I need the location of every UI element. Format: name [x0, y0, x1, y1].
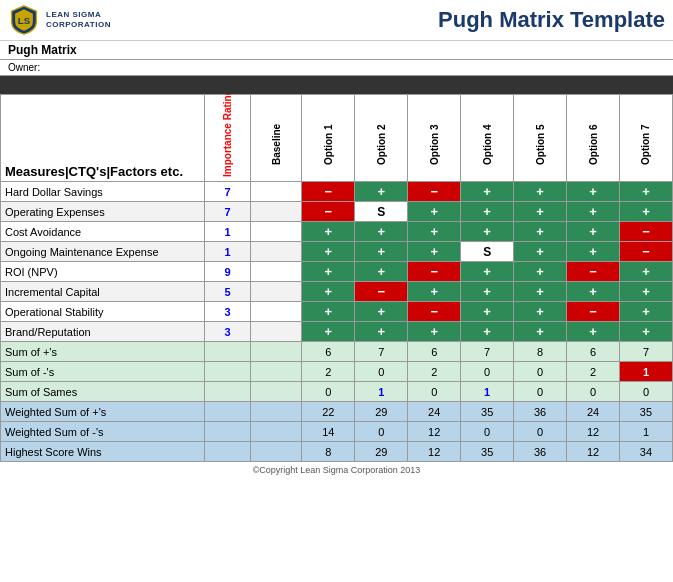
option-cell: + [461, 262, 514, 282]
summary-label-cell: Sum of Sames [1, 382, 205, 402]
baseline-cell [251, 322, 302, 342]
option1-text: Option 1 [323, 112, 334, 177]
option-cell: + [461, 282, 514, 302]
summary-label-cell: Sum of -'s [1, 362, 205, 382]
summary-value-cell: 8 [514, 342, 567, 362]
importance-rating-text: Importance Rating [222, 97, 233, 177]
pugh-matrix-label: Pugh Matrix [8, 43, 228, 57]
pugh-matrix-table-container: Measures|CTQ's|Factors etc. Importance R… [0, 94, 673, 462]
baseline-cell [251, 242, 302, 262]
summary-label-cell: Weighted Sum of -'s [1, 422, 205, 442]
summary-row: Weighted Sum of +'s22292435362435 [1, 402, 673, 422]
page-title: Pugh Matrix Template [438, 7, 665, 33]
summary-importance-cell [204, 342, 251, 362]
summary-importance-cell [204, 362, 251, 382]
option-cell: + [355, 322, 408, 342]
option5-header: Option 5 [514, 95, 567, 182]
importance-cell: 7 [204, 182, 251, 202]
summary-value-cell: 14 [302, 422, 355, 442]
summary-value-cell: 1 [619, 362, 672, 382]
summary-value-cell: 0 [302, 382, 355, 402]
summary-row: Weighted Sum of -'s1401200121 [1, 422, 673, 442]
baseline-cell [251, 182, 302, 202]
logo-text: LEAN SIGMA CORPORATION [46, 10, 111, 29]
summary-value-cell: 0 [355, 362, 408, 382]
summary-row: Highest Score Wins8291235361234 [1, 442, 673, 462]
summary-row: Sum of Sames0101000 [1, 382, 673, 402]
summary-value-cell: 6 [567, 342, 620, 362]
summary-value-cell: 0 [408, 382, 461, 402]
baseline-cell [251, 202, 302, 222]
owner-row: Owner: [0, 60, 673, 76]
option-cell: − [567, 262, 620, 282]
summary-value-cell: 1 [355, 382, 408, 402]
baseline-header: Baseline [251, 95, 302, 182]
option-cell: + [302, 322, 355, 342]
option-cell: + [514, 202, 567, 222]
option3-header: Option 3 [408, 95, 461, 182]
summary-value-cell: 36 [514, 402, 567, 422]
option-cell: + [567, 282, 620, 302]
summary-value-cell: 29 [355, 402, 408, 422]
option-cell: + [619, 322, 672, 342]
baseline-text: Baseline [271, 112, 282, 177]
summary-value-cell: 12 [567, 442, 620, 462]
importance-rating-header: Importance Rating [204, 95, 251, 182]
baseline-cell [251, 282, 302, 302]
summary-value-cell: 2 [302, 362, 355, 382]
baseline-cell [251, 262, 302, 282]
table-row: Cost Avoidance1++++++− [1, 222, 673, 242]
pugh-matrix-row: Pugh Matrix [0, 41, 673, 60]
option-cell: + [567, 222, 620, 242]
summary-baseline-cell [251, 382, 302, 402]
summary-value-cell: 35 [619, 402, 672, 422]
summary-importance-cell [204, 422, 251, 442]
table-row: Operating Expenses7−S+++++ [1, 202, 673, 222]
measure-cell: ROI (NPV) [1, 262, 205, 282]
pugh-matrix-table: Measures|CTQ's|Factors etc. Importance R… [0, 94, 673, 462]
option-cell: + [302, 242, 355, 262]
importance-cell: 7 [204, 202, 251, 222]
option-cell: + [408, 282, 461, 302]
summary-value-cell: 12 [408, 442, 461, 462]
baseline-cell [251, 302, 302, 322]
measure-cell: Ongoing Maintenance Expense [1, 242, 205, 262]
option4-text: Option 4 [482, 112, 493, 177]
summary-value-cell: 1 [619, 422, 672, 442]
option7-text: Option 7 [640, 112, 651, 177]
measure-cell: Hard Dollar Savings [1, 182, 205, 202]
option-cell: + [355, 242, 408, 262]
option3-text: Option 3 [429, 112, 440, 177]
option-cell: + [461, 182, 514, 202]
summary-value-cell: 6 [302, 342, 355, 362]
page-header: LS LEAN SIGMA CORPORATION Pugh Matrix Te… [0, 0, 673, 41]
summary-value-cell: 22 [302, 402, 355, 422]
option-cell: + [302, 262, 355, 282]
option-cell: − [619, 222, 672, 242]
importance-cell: 3 [204, 322, 251, 342]
summary-value-cell: 0 [514, 362, 567, 382]
summary-value-cell: 12 [408, 422, 461, 442]
option-cell: + [408, 322, 461, 342]
summary-value-cell: 8 [302, 442, 355, 462]
summary-baseline-cell [251, 402, 302, 422]
summary-label-cell: Weighted Sum of +'s [1, 402, 205, 422]
importance-cell: 1 [204, 222, 251, 242]
option-cell: + [355, 222, 408, 242]
option7-header: Option 7 [619, 95, 672, 182]
option-cell: − [567, 302, 620, 322]
option-cell: + [408, 242, 461, 262]
option-cell: + [355, 182, 408, 202]
summary-value-cell: 7 [461, 342, 514, 362]
summary-label-cell: Sum of +'s [1, 342, 205, 362]
option-cell: + [514, 302, 567, 322]
option-cell: + [514, 262, 567, 282]
option-cell: + [355, 302, 408, 322]
option-cell: − [302, 202, 355, 222]
baseline-cell [251, 222, 302, 242]
option-cell: + [408, 222, 461, 242]
option2-header: Option 2 [355, 95, 408, 182]
summary-value-cell: 7 [619, 342, 672, 362]
measures-header: Measures|CTQ's|Factors etc. [1, 95, 205, 182]
summary-value-cell: 0 [355, 422, 408, 442]
